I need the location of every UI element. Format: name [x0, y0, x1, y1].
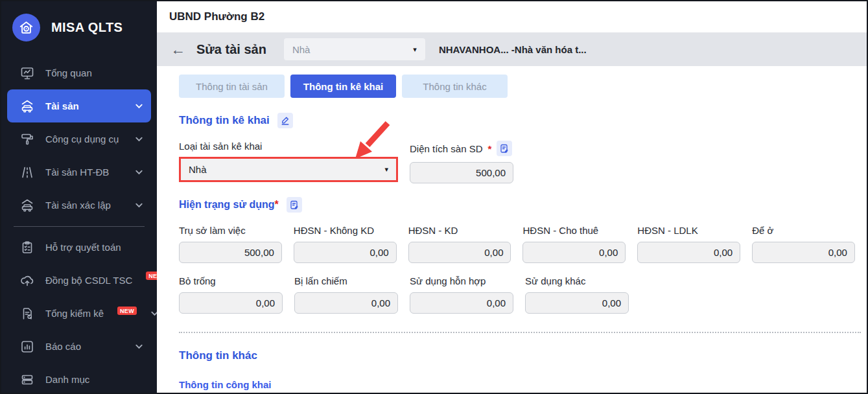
- sidebar-item-ho-tro-quyet-toan[interactable]: Hỗ trợ quyết toán: [7, 231, 151, 264]
- sidebar-item-label: Báo cáo: [45, 341, 124, 352]
- field-input[interactable]: 0,00: [522, 242, 626, 263]
- field-input[interactable]: 0,00: [294, 242, 397, 263]
- sidebar-item-label: Tài sản xác lập: [45, 200, 124, 211]
- sidebar-item-label: Danh mục: [45, 374, 144, 385]
- sidebar-item-tong-quan[interactable]: Tổng quan: [7, 56, 151, 89]
- tab-bar: Thông tin tài sản Thông tin kê khai Thôn…: [179, 75, 867, 98]
- sidebar-divider: [14, 226, 145, 227]
- field-de-o: Để ở 0,00: [752, 213, 855, 263]
- declare-fields-row: Loại tài sản kê khai Nhà ▾ Diện tích sàn…: [179, 128, 867, 183]
- sidebar-item-bao-cao[interactable]: Báo cáo: [7, 330, 151, 363]
- topbar: UBND Phường B2: [157, 1, 867, 32]
- field-label: Sử dụng khác: [525, 275, 629, 286]
- floor-area-label-text: Diện tích sàn SD: [410, 143, 483, 154]
- field-label: Để ở: [752, 225, 855, 236]
- chevron-down-icon: [134, 167, 144, 177]
- house-car-icon: [19, 98, 35, 114]
- field-label: Sử dụng hỗn hợp: [410, 275, 513, 286]
- field-label: Trụ sở làm việc: [179, 225, 282, 236]
- sidebar-item-cong-cu-dung-cu[interactable]: Công cụ dụng cụ: [7, 122, 151, 156]
- note-edit-icon[interactable]: [287, 197, 302, 213]
- caret-down-icon: ▾: [413, 45, 417, 54]
- sidebar-item-label: Tổng quan: [45, 67, 144, 78]
- sidebar-item-label: Tổng kiểm kê: [45, 308, 104, 319]
- sidebar-item-danh-muc[interactable]: Danh mục: [7, 363, 151, 394]
- main-area: UBND Phường B2 ← Sửa tài sản Nhà ▾ NHAVA…: [157, 1, 867, 393]
- bar-chart-icon: [19, 339, 35, 354]
- sidebar-item-dong-bo-csdl-tsc[interactable]: Đồng bộ CSDL TSC NEW: [7, 264, 151, 297]
- field-tru-so-lam-viec: Trụ sở làm việc 500,00: [179, 213, 282, 263]
- field-hdsn-ldlk: HĐSN - LDLK 0,00: [637, 213, 740, 263]
- field-input[interactable]: 0,00: [410, 292, 513, 314]
- chevron-down-icon: [134, 200, 144, 210]
- field-input[interactable]: 500,00: [179, 242, 282, 263]
- field-input[interactable]: 0,00: [408, 242, 511, 263]
- brand-name: MISA QLTS: [51, 20, 123, 35]
- dotted-divider: [179, 332, 861, 333]
- sidebar-item-tai-san-ht-db[interactable]: Tài sản HT-ĐB: [7, 156, 151, 189]
- field-label: Bị lấn chiếm: [294, 275, 398, 286]
- sidebar-item-label: Tài sản HT-ĐB: [45, 167, 124, 178]
- app-window: MISA QLTS Tổng quan: [0, 0, 868, 394]
- tab-thong-tin-tai-san[interactable]: Thông tin tài sản: [179, 75, 285, 98]
- edit-pencil-icon[interactable]: [277, 113, 293, 128]
- clipboard-check-icon: [19, 240, 35, 255]
- field-input[interactable]: 0,00: [752, 242, 855, 263]
- caret-down-icon: ▾: [384, 165, 388, 174]
- asset-name: NHAVANHOA... -Nhà văn hóa t...: [439, 44, 587, 55]
- field-input[interactable]: 0,00: [525, 292, 629, 314]
- sidebar-item-label: Tài sản: [45, 100, 124, 111]
- chevron-down-icon: [134, 101, 144, 111]
- tab-thong-tin-khac[interactable]: Thông tin khác: [402, 75, 508, 98]
- field-input[interactable]: 0,00: [294, 292, 398, 314]
- required-asterisk: *: [488, 143, 492, 154]
- usage-row-1: Trụ sở làm việc 500,00 HĐSN - Không KD 0…: [179, 213, 867, 263]
- field-hdsn-kd: HĐSN - KD 0,00: [408, 213, 511, 263]
- field-label: HĐSN - Cho thuê: [522, 225, 626, 236]
- usage-row-2: Bỏ trống 0,00 Bị lấn chiếm 0,00 Sử dụng …: [179, 263, 867, 314]
- floor-area-label: Diện tích sàn SD *: [410, 141, 513, 156]
- sidebar-item-label: Công cụ dụng cụ: [45, 133, 124, 145]
- declare-section-header: Thông tin kê khai: [179, 113, 867, 128]
- road-icon: [19, 165, 35, 180]
- page-title: Sửa tài sản: [196, 42, 266, 57]
- content: Thông tin tài sản Thông tin kê khai Thôn…: [157, 66, 867, 393]
- sidebar: MISA QLTS Tổng quan: [1, 1, 157, 393]
- back-button[interactable]: ←: [170, 42, 185, 57]
- declare-section-title: Thông tin kê khai: [179, 114, 270, 127]
- asset-type-header-dropdown[interactable]: Nhà ▾: [284, 38, 425, 60]
- sidebar-item-tai-san[interactable]: Tài sản: [7, 89, 151, 122]
- sidebar-item-tong-kiem-ke[interactable]: Tổng kiểm kê NEW: [7, 297, 151, 330]
- tab-thong-tin-ke-khai[interactable]: Thông tin kê khai: [290, 75, 396, 98]
- house-car-icon: [19, 198, 35, 213]
- annotation-arrow-icon: [349, 118, 394, 163]
- sidebar-item-label: Hỗ trợ quyết toán: [45, 242, 144, 253]
- misa-logo-icon: [12, 14, 40, 41]
- field-hdsn-cho-thue: HĐSN - Cho thuê 0,00: [522, 213, 626, 263]
- field-bo-trong: Bỏ trống 0,00: [179, 263, 283, 314]
- sidebar-item-label: Đồng bộ CSDL TSC: [45, 275, 132, 286]
- page-header: ← Sửa tài sản Nhà ▾ NHAVANHOA... -Nhà vă…: [157, 32, 867, 66]
- asset-type-header-value: Nhà: [292, 44, 311, 55]
- field-label: HĐSN - KD: [408, 225, 511, 236]
- server-list-icon: [19, 372, 35, 388]
- paint-roller-icon: [19, 132, 35, 147]
- field-su-dung-khac: Sử dụng khác 0,00: [525, 263, 629, 314]
- sidebar-item-tai-san-xac-lap[interactable]: Tài sản xác lập: [7, 189, 151, 222]
- document-check-icon: [19, 306, 35, 321]
- field-hdsn-khong-kd: HĐSN - Không KD 0,00: [294, 213, 397, 263]
- chevron-down-icon: [134, 134, 144, 144]
- field-bi-lan-chiem: Bị lấn chiếm 0,00: [294, 263, 398, 314]
- field-input[interactable]: 0,00: [179, 292, 283, 314]
- org-name: UBND Phường B2: [169, 10, 264, 23]
- note-edit-icon[interactable]: [497, 141, 512, 156]
- field-su-dung-hon-hop: Sử dụng hỗn hợp 0,00: [410, 263, 513, 314]
- floor-area-field-group: Diện tích sàn SD * 500,00: [410, 128, 513, 183]
- floor-area-input[interactable]: 500,00: [410, 162, 513, 183]
- usage-section-header: Hiện trạng sử dụng*: [179, 197, 867, 213]
- required-asterisk: *: [275, 199, 279, 210]
- monitor-chart-icon: [19, 65, 35, 81]
- sidebar-menu: Tổng quan Tài sản: [1, 51, 157, 394]
- new-badge: NEW: [117, 307, 137, 315]
- field-input[interactable]: 0,00: [637, 242, 740, 263]
